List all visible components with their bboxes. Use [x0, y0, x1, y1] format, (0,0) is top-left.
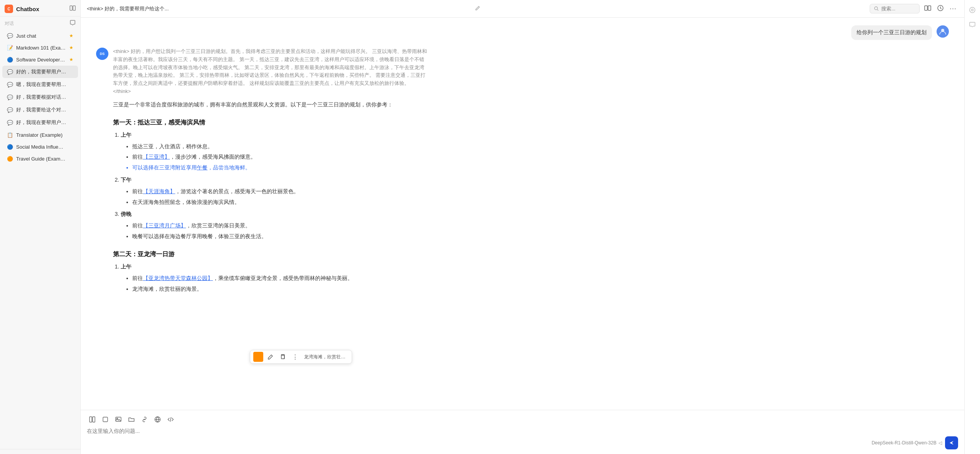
sidebar-item-social-media[interactable]: 🔵 Social Media Influencer (Example)	[2, 141, 78, 152]
svg-rect-12	[93, 417, 95, 422]
svg-rect-9	[256, 355, 260, 359]
conv-label-translator: Translator (Example)	[16, 132, 66, 138]
main-panel: <think> 好的，我需要帮用户给这个... ·	[81, 0, 964, 454]
star-icon-software-dev: ★	[69, 57, 73, 62]
highlight-orange-button[interactable]	[253, 352, 263, 362]
conv-label-travel-guide: Travel Guide (Example)	[16, 156, 66, 162]
sidebar-item-think-5[interactable]: 💬 好，我现在要帮用户给一...	[2, 116, 78, 129]
think-block: <think> 好的，用户想让我列一个三亚三日游的规划。首先，我得考虑三亚的主要…	[113, 48, 428, 96]
new-conversation-icon[interactable]	[70, 20, 76, 27]
input-footer: DeepSeek-R1-Distill-Qwen-32B ◁	[87, 436, 958, 449]
sidebar-item-just-chat[interactable]: 💬 Just chat ★	[2, 30, 78, 41]
svg-rect-2	[70, 6, 72, 10]
tool-erase-button[interactable]	[100, 414, 111, 425]
day1-afternoon: 下午 前往【天涯海角】，游览这个著名的景点，感受海天一色的壮丽景色。 在天涯海角…	[121, 176, 428, 207]
selected-text-preview: 龙湾海滩，欣赏壮丽的海景。	[302, 354, 349, 360]
ai-intro: 三亚是一个非常适合度假和旅游的城市，拥有丰富的自然景观和人文资源。以下是一个三亚…	[113, 100, 428, 109]
tool-upload-button[interactable]	[87, 414, 98, 425]
layout-toggle-button[interactable]	[70, 5, 76, 12]
ai-message-row: DS <think> 好的，用户想让我列一个三亚三日游的规划。首先，我得考虑三亚…	[96, 48, 949, 296]
conv-label-social-media: Social Media Influencer (Example)	[16, 144, 66, 150]
edit-title-icon[interactable]	[475, 5, 480, 12]
right-settings-icon[interactable]	[967, 5, 978, 15]
conv-icon-think-2: 💬	[7, 81, 13, 88]
star-icon-just-chat: ★	[69, 33, 73, 38]
svg-rect-11	[90, 417, 92, 422]
app-logo: C	[5, 5, 13, 13]
tool-image-button[interactable]	[113, 414, 124, 425]
main-header: <think> 好的，我需要帮用户给这个... ·	[81, 0, 964, 18]
input-area: DeepSeek-R1-Distill-Qwen-32B ◁	[81, 410, 964, 454]
conv-label-think-1: 好的，我需要帮用户给这个...	[16, 68, 66, 75]
conv-label-think-4: 好，我需要给这个对话起...	[16, 106, 66, 113]
sidebar-item-markdown-101[interactable]: 📝 Markdown 101 (Example) ★	[2, 42, 78, 53]
day2-title: 第二天：亚龙湾一日游	[113, 249, 428, 259]
svg-text:C: C	[7, 7, 10, 11]
conv-icon-markdown-101: 📝	[7, 45, 13, 51]
send-button[interactable]	[945, 436, 958, 449]
day1-evening: 傍晚 前往【三亚湾月广场】，欣赏三亚湾的落日美景。 晚餐可以选择在海边餐厅享用晚…	[121, 210, 428, 241]
sidebar-item-translator[interactable]: 📋 Translator (Example)	[2, 129, 78, 141]
sidebar-item-software-dev[interactable]: 🔵 Software Developer (Example) ★	[2, 54, 78, 65]
svg-rect-13	[103, 417, 108, 422]
sidebar: C Chatbox 对话 💬 Just chat ★ 📝 Markdown 10…	[0, 0, 81, 454]
conversation-list: 💬 Just chat ★ 📝 Markdown 101 (Example) ★…	[0, 29, 80, 449]
svg-rect-6	[928, 6, 931, 10]
ai-avatar: DS	[96, 48, 108, 60]
conversations-label: 对话	[0, 17, 80, 29]
chat-title: <think> 好的，我需要帮用户给这个...	[87, 5, 470, 12]
sidebar-item-think-2[interactable]: 💬 嗯，我现在需要帮用户给...	[2, 78, 78, 91]
pencil-button[interactable]	[266, 352, 276, 362]
svg-point-4	[875, 7, 878, 10]
sidebar-header: C Chatbox	[0, 0, 80, 17]
tool-code-button[interactable]	[165, 414, 176, 425]
right-chat-icon[interactable]	[967, 19, 978, 30]
search-box[interactable]	[870, 4, 920, 13]
history-icon-button[interactable]	[936, 4, 945, 13]
svg-point-18	[972, 9, 973, 11]
input-toolbar	[87, 414, 958, 425]
conv-label-think-5: 好，我现在要帮用户给一...	[16, 119, 66, 126]
conv-icon-just-chat: 💬	[7, 33, 13, 39]
sidebar-item-think-4[interactable]: 💬 好，我需要给这个对话起...	[2, 104, 78, 116]
sidebar-bottom	[0, 449, 80, 454]
user-message-row: 给你列一个三亚三日游的规划	[96, 25, 949, 40]
conv-label-think-2: 嗯，我现在需要帮用户给...	[16, 81, 66, 88]
layout-icon-button[interactable]	[923, 5, 933, 13]
conv-icon-think-3: 💬	[7, 94, 13, 100]
sidebar-item-think-1[interactable]: 💬 好的，我需要帮用户给这个...	[2, 66, 78, 78]
ai-message-content: <think> 好的，用户想让我列一个三亚三日游的规划。首先，我得考虑三亚的主要…	[113, 48, 428, 296]
svg-rect-10	[281, 355, 284, 359]
tool-globe-button[interactable]	[152, 414, 163, 425]
conv-icon-think-1: 💬	[7, 69, 13, 75]
copy-button[interactable]	[278, 352, 288, 362]
svg-rect-3	[73, 6, 75, 10]
more-text-options-button[interactable]: ⋮	[290, 352, 300, 362]
user-avatar	[937, 25, 949, 38]
text-toolbar-popup: ⋮ 龙湾海滩，欣赏壮丽的海景。	[250, 350, 352, 364]
user-bubble: 给你列一个三亚三日游的规划	[851, 25, 932, 40]
day1-title: 第一天：抵达三亚，感受海滨风情	[113, 117, 428, 128]
conv-icon-software-dev: 🔵	[7, 56, 13, 63]
conv-icon-translator: 📋	[7, 132, 13, 138]
input-row	[87, 428, 958, 434]
search-icon	[874, 6, 879, 11]
chat-input[interactable]	[87, 428, 958, 434]
sidebar-item-travel-guide[interactable]: 🟠 Travel Guide (Example)	[2, 153, 78, 164]
search-input[interactable]	[881, 6, 912, 12]
conv-icon-think-5: 💬	[7, 119, 13, 126]
chat-area[interactable]: 给你列一个三亚三日游的规划 DS <think> 好的，用户想让我列一个三亚三日…	[81, 18, 964, 410]
more-options-button[interactable]: ···	[948, 4, 958, 13]
conv-label-markdown-101: Markdown 101 (Example)	[16, 45, 66, 51]
conv-label-software-dev: Software Developer (Example)	[16, 57, 66, 63]
conv-label-just-chat: Just chat	[16, 33, 66, 39]
star-icon-markdown-101: ★	[69, 45, 73, 50]
tool-link-button[interactable]	[139, 414, 150, 425]
model-label[interactable]: DeepSeek-R1-Distill-Qwen-32B ◁	[872, 440, 942, 446]
svg-point-17	[970, 7, 975, 13]
tool-folder-button[interactable]	[126, 414, 137, 425]
conv-icon-think-4: 💬	[7, 107, 13, 113]
conv-icon-travel-guide: 🟠	[7, 156, 13, 162]
conv-icon-social-media: 🔵	[7, 144, 13, 150]
sidebar-item-think-3[interactable]: 💬 好，我需要根据对话内容...	[2, 91, 78, 103]
